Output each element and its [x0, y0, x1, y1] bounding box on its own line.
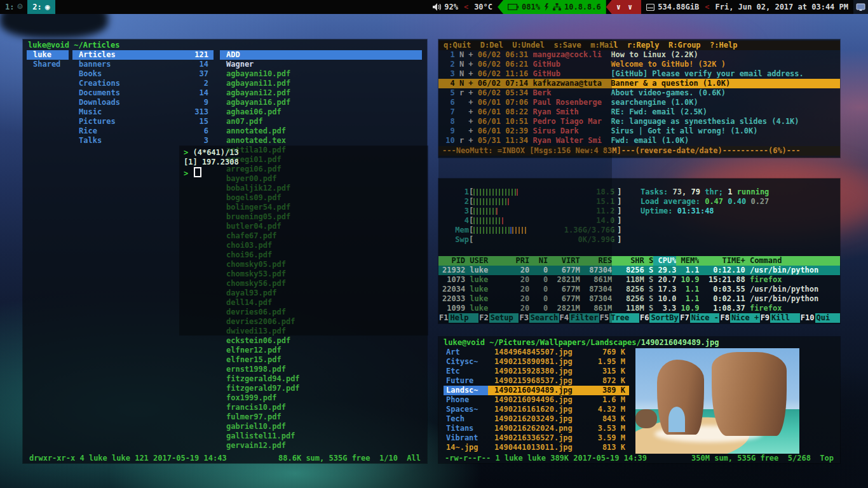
file-row[interactable]: annotated.pdf — [220, 126, 422, 136]
dir-row[interactable]: Etc — [444, 367, 489, 376]
volume-module[interactable]: 92% — [428, 0, 463, 14]
dir-row[interactable]: Books37 — [72, 69, 214, 79]
window-calculator-terminal[interactable]: > (4*641)/13[1] 197.2308> — [180, 146, 428, 335]
file-row[interactable]: agbayani16.pdf — [220, 98, 422, 107]
file-row[interactable]: fulmer97.pdf — [220, 412, 422, 422]
file-row[interactable]: elfner12.pdf — [220, 346, 422, 355]
fkey-f6[interactable]: F6SortBy — [639, 313, 679, 323]
process-row[interactable]: 1073luke2002821M861M118MS20.710.915:21.8… — [438, 275, 840, 285]
temperature-module[interactable]: 30°C — [469, 0, 498, 14]
fkey-f2[interactable]: F2Setup — [478, 313, 519, 323]
fkey-f7[interactable]: F7Nice - — [679, 313, 719, 323]
info-part: Load average: — [641, 197, 705, 206]
bracket: [ — [469, 207, 473, 216]
message-row[interactable]: 1 N + 06/02 06:31 manguza@cock.li How to… — [438, 50, 840, 60]
process-row[interactable]: 22033luke200677M873048256S10.01.10:02.11… — [438, 294, 840, 304]
dir-row[interactable]: Tech — [444, 414, 489, 424]
battery-network-module[interactable]: 081% 10.8.8.6 — [498, 0, 606, 14]
dir-row[interactable]: Creations2 — [72, 79, 214, 88]
fkey-f9[interactable]: F9Kill — [760, 313, 800, 323]
file-row[interactable]: 1490215890981.jpg1.95 M — [488, 357, 629, 367]
dir-row[interactable]: Titans — [444, 424, 489, 433]
dir-row[interactable]: Documents14 — [72, 88, 214, 98]
dir-row[interactable]: Art — [444, 348, 489, 357]
file-row[interactable]: aghaei06.pdf — [220, 107, 422, 117]
file-row[interactable]: an07.pdf — [220, 117, 422, 126]
message-row[interactable]: 4 N + 06/02 07:14 kafkazwana@tuta Banner… — [438, 79, 840, 88]
meter-fill — [473, 217, 502, 224]
message-subject: Fwd: email (1.0K) — [611, 136, 840, 146]
tray-monitor-icon[interactable] — [853, 0, 868, 14]
file-row[interactable]: gallistel11.pdf — [220, 431, 422, 441]
file-row[interactable]: 1490216336527.jpg3.59 M — [488, 433, 629, 443]
file-row[interactable]: gervain12.pdf — [220, 441, 422, 451]
message-row[interactable]: 2 N + 06/02 06:21 GitHub Welcome to GitH… — [438, 60, 840, 69]
message-row[interactable]: 6 + 06/01 07:06 Paul Rosenberge searchen… — [438, 98, 840, 107]
file-row[interactable]: ernst1998.pdf — [220, 365, 422, 374]
message-row[interactable]: 10 r + 05/31 11:34 Ryan Walter Smi Fwd: … — [438, 136, 840, 146]
parent-dir-row[interactable]: Shared — [27, 60, 69, 69]
dir-row[interactable]: Citysc~ — [444, 357, 489, 367]
preview-dir-row[interactable]: ADD — [220, 50, 422, 60]
file-row[interactable]: 1490441013011.jpg813 K — [488, 443, 629, 452]
preview-dir-row[interactable]: Wagner — [220, 60, 422, 69]
dir-row[interactable]: Landsc~ — [444, 386, 489, 395]
parent-dir-row[interactable]: luke — [27, 50, 69, 60]
file-row[interactable]: annotated.tex — [220, 136, 422, 146]
dir-row[interactable]: Talks3 — [72, 136, 214, 146]
file-row[interactable]: agbayani11.pdf — [220, 79, 422, 88]
dir-row[interactable]: Phone — [444, 395, 489, 405]
meter-value: 1.36G/3.76G — [564, 226, 614, 235]
process-table-header[interactable]: PIDUSERPRINIVIRTRESSHRSCPU%MEM%TIME+Comm… — [438, 256, 840, 266]
dir-row[interactable]: Music313 — [72, 107, 214, 117]
dir-row[interactable]: banners14 — [72, 60, 214, 69]
message-row[interactable]: 8 + 06/01 10:51 Pedro Tiago Mar Re: lang… — [438, 117, 840, 126]
dir-row[interactable]: Spaces~ — [444, 405, 489, 414]
file-row[interactable]: 1490216094496.jpg1.6 M — [488, 395, 629, 405]
current-path: ~/Articles — [74, 41, 119, 50]
dir-row[interactable]: Rice6 — [72, 126, 214, 136]
disk-module[interactable]: 534.88GiB — [641, 0, 704, 14]
dir-row[interactable]: Future — [444, 376, 489, 386]
file-row[interactable]: 1490216203249.jpg843 K — [488, 414, 629, 424]
fkey-f1[interactable]: F1Help — [438, 313, 478, 323]
file-row[interactable]: 1490216049489.jpg389 K — [488, 386, 629, 395]
file-row[interactable]: agbayani12.pdf — [220, 88, 422, 98]
file-row[interactable]: gabriel10.pdf — [220, 422, 422, 431]
fkey-f5[interactable]: F5Tree — [599, 313, 639, 323]
message-row[interactable]: 3 N + 06/02 11:16 GitHub [GitHub] Please… — [438, 69, 840, 79]
fkey-f10[interactable]: F10Qui — [800, 313, 840, 323]
fkey-f3[interactable]: F3Search — [519, 313, 559, 323]
file-row[interactable]: eckstein06.pdf — [220, 336, 422, 346]
file-row[interactable]: 1490215968537.jpg872 K — [488, 376, 629, 386]
dir-row[interactable]: Pictures15 — [72, 117, 214, 126]
dir-row[interactable]: 14~.jpg — [444, 443, 489, 452]
file-row[interactable]: 1490216262024.png3.53 M — [488, 424, 629, 433]
fkey-f4[interactable]: F4Filter — [559, 313, 599, 323]
dir-row[interactable]: Articles121 — [72, 50, 214, 60]
pid: 1099 — [442, 304, 465, 313]
workspace-1[interactable]: 1: ☺ — [0, 0, 27, 14]
message-row[interactable]: 5 r + 06/02 05:34 Berk About video-games… — [438, 88, 840, 98]
file-row[interactable]: francis10.pdf — [220, 403, 422, 412]
message-row[interactable]: 7 + 06/01 08:22 Ryan Smith RE: Fwd: emai… — [438, 107, 840, 117]
process-row[interactable]: 21932luke200677M873048256S29.31.10:12.10… — [438, 266, 840, 275]
clock-module[interactable]: Fri, Jun 02, 2017 at 03:44 PM — [710, 0, 853, 14]
dir-row[interactable]: Vibrant — [444, 433, 489, 443]
file-row[interactable]: fitzgerald94.pdf — [220, 374, 422, 384]
file-row[interactable]: agbayani10.pdf — [220, 69, 422, 79]
fkey-f8[interactable]: F8Nice + — [719, 313, 759, 323]
dir-row[interactable]: Downloads9 — [72, 98, 214, 107]
updates-module[interactable]: ∨ ∨ — [606, 0, 641, 14]
file-row[interactable]: fox1999.pdf — [220, 393, 422, 403]
file-row[interactable]: fitzgerald97.pdf — [220, 384, 422, 393]
text — [606, 117, 611, 126]
message-row[interactable]: 9 + 06/01 02:39 Sirus Dark Sirus | Got i… — [438, 126, 840, 136]
file-row[interactable]: elfner15.pdf — [220, 355, 422, 365]
workspace-2[interactable]: 2: ◉ — [27, 0, 55, 14]
process-row[interactable]: 22034luke200677M873048256S17.31.10:03.55… — [438, 285, 840, 294]
file-row[interactable]: 1490215928380.jpg315 K — [488, 367, 629, 376]
process-row[interactable]: 1099luke2002821M861M118MS3.310.91:08.37f… — [438, 304, 840, 313]
file-row[interactable]: 1490216161620.jpg4.32 M — [488, 405, 629, 414]
file-row[interactable]: 1484964845507.jpg769 K — [488, 348, 629, 357]
